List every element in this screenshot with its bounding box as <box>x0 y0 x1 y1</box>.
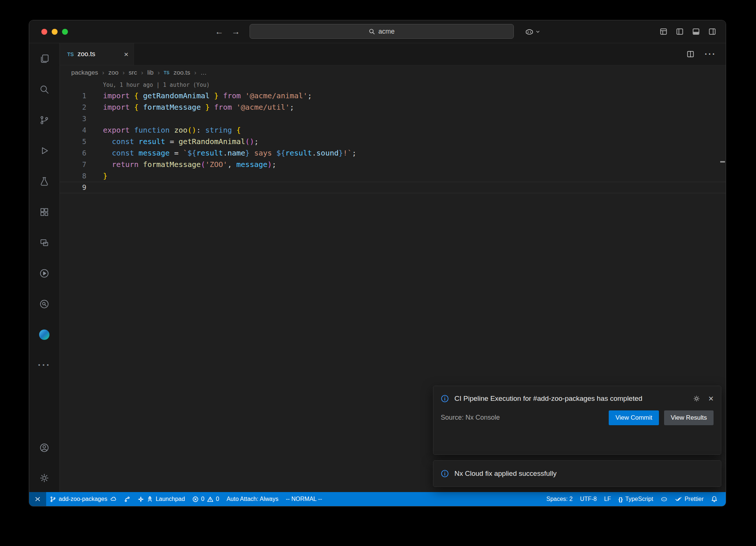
eol-label: LF <box>604 496 611 502</box>
code-line[interactable]: 5 const result = getRandomAnimal(); <box>60 136 726 147</box>
notification-message: CI Pipeline Execution for #add-zoo-packa… <box>454 393 654 404</box>
line-number: 2 <box>60 102 86 113</box>
breadcrumb-item[interactable]: zoo <box>108 69 118 76</box>
code-text: const result = getRandomAnimal(); <box>86 136 258 147</box>
notification-close-icon[interactable]: × <box>708 394 714 403</box>
vim-mode-item[interactable]: -- NORMAL -- <box>282 492 326 506</box>
titlebar: ← → acme <box>29 20 726 43</box>
auto-attach-item[interactable]: Auto Attach: Always <box>223 492 282 506</box>
code-text: import { getRandomAnimal } from '@acme/a… <box>86 90 312 102</box>
code-line[interactable]: 7 return formatMessage('ZOO', message); <box>60 159 726 170</box>
more-views-icon[interactable]: ··· <box>29 350 59 381</box>
code-line[interactable]: 8} <box>60 170 726 182</box>
notification-settings-gear-icon[interactable] <box>693 395 700 402</box>
code-text <box>86 113 103 124</box>
view-results-button[interactable]: View Results <box>664 410 714 425</box>
toggle-panel-icon[interactable] <box>692 28 700 35</box>
copilot-status-item[interactable] <box>657 492 671 506</box>
breadcrumb-item[interactable]: src <box>129 69 137 76</box>
encoding-item[interactable]: UTF-8 <box>576 492 600 506</box>
chevron-down-icon <box>535 29 540 34</box>
command-center-search[interactable]: acme <box>250 24 514 39</box>
code-line[interactable]: 3 <box>60 113 726 124</box>
code-line[interactable]: 9 <box>60 182 726 193</box>
remote-indicator[interactable] <box>29 492 46 506</box>
breadcrumb-file[interactable]: zoo.ts <box>173 69 190 76</box>
indentation-item[interactable]: Spaces: 2 <box>543 492 576 506</box>
zoom-window-button[interactable] <box>62 29 68 35</box>
code-text: const message = `${result.name} says ${r… <box>86 147 356 159</box>
explorer-icon[interactable] <box>29 43 59 74</box>
encoding-label: UTF-8 <box>580 496 597 502</box>
launchpad-item[interactable]: Launchpad <box>134 492 189 506</box>
customize-layout-icon[interactable] <box>660 28 667 35</box>
braces-icon: {} <box>618 496 623 502</box>
typescript-icon: TS <box>164 70 169 75</box>
vscode-window: ← → acme <box>29 20 726 506</box>
close-window-button[interactable] <box>41 29 47 35</box>
formatter-item[interactable]: Prettier <box>671 492 707 506</box>
search-view-icon[interactable] <box>29 74 59 105</box>
settings-gear-icon[interactable] <box>29 464 59 492</box>
close-tab-icon[interactable]: × <box>124 50 128 58</box>
toggle-primary-sidebar-icon[interactable] <box>676 28 684 35</box>
gitlens-blame-annotation[interactable]: You, 1 hour ago | 1 author (You) <box>60 80 726 90</box>
extensions-icon[interactable] <box>29 197 59 227</box>
notification-message: Nx Cloud fix applied successfully <box>454 470 557 478</box>
chevron-right-icon: › <box>141 69 143 76</box>
breadcrumb-item[interactable]: packages <box>71 69 98 76</box>
git-branch-item[interactable]: add-zoo-packages <box>46 492 120 506</box>
split-editor-icon[interactable] <box>687 50 694 58</box>
code-line[interactable]: 1import { getRandomAnimal } from '@acme/… <box>60 90 726 102</box>
minimize-window-button[interactable] <box>52 29 58 35</box>
more-actions-icon[interactable]: ··· <box>705 50 716 59</box>
forward-button[interactable]: → <box>231 27 240 37</box>
chevron-right-icon: › <box>102 69 104 76</box>
eol-item[interactable]: LF <box>600 492 615 506</box>
gitlens-inspect-icon[interactable] <box>29 289 59 319</box>
toggle-secondary-sidebar-icon[interactable] <box>708 28 716 35</box>
problems-item[interactable]: 0 0 <box>189 492 223 506</box>
info-icon <box>441 470 449 478</box>
line-number: 4 <box>60 124 86 136</box>
cloud-sync-icon <box>110 496 117 502</box>
remote-icon <box>34 496 41 502</box>
run-debug-icon[interactable] <box>29 135 59 166</box>
copilot-menu[interactable] <box>525 20 540 43</box>
chevron-right-icon: › <box>123 69 125 76</box>
sparkle-icon <box>138 496 144 502</box>
source-control-icon[interactable] <box>29 105 59 135</box>
copilot-icon <box>525 27 534 37</box>
language-mode-item[interactable]: {} TypeScript <box>615 492 657 506</box>
branch-name: add-zoo-packages <box>59 496 107 502</box>
code-line[interactable]: 6 const message = `${result.name} says $… <box>60 147 726 159</box>
code-line[interactable]: 2import { formatMessage } from '@acme/ut… <box>60 102 726 113</box>
line-number: 9 <box>60 182 86 193</box>
back-button[interactable]: ← <box>215 27 223 37</box>
error-icon <box>192 496 199 502</box>
breadcrumb-item[interactable]: lib <box>147 69 154 76</box>
chevron-right-icon: › <box>194 69 196 76</box>
bell-icon <box>711 496 718 502</box>
run-circle-icon[interactable] <box>29 258 59 289</box>
remote-explorer-icon[interactable] <box>29 227 59 258</box>
indentation-label: Spaces: 2 <box>546 496 573 502</box>
search-query: acme <box>378 28 395 35</box>
edge-browser-icon[interactable] <box>29 319 59 350</box>
view-commit-button[interactable]: View Commit <box>609 410 659 425</box>
status-bar-right: Spaces: 2 UTF-8 LF {} TypeScript Prettie… <box>543 492 726 506</box>
history-navigation: ← → <box>215 20 240 43</box>
code-text: } <box>86 170 107 182</box>
notifications-bell-item[interactable] <box>707 492 721 506</box>
notification-center: CI Pipeline Execution for #add-zoo-packa… <box>433 386 721 487</box>
commit-graph-item[interactable] <box>120 492 134 506</box>
testing-icon[interactable] <box>29 166 59 197</box>
breadcrumb-symbol[interactable]: … <box>200 69 207 76</box>
account-icon[interactable] <box>29 434 59 464</box>
error-count: 0 <box>201 496 205 502</box>
commit-graph-icon <box>124 496 130 502</box>
code-line[interactable]: 4export function zoo(): string { <box>60 124 726 136</box>
tab-zoo-ts[interactable]: TS zoo.ts × <box>60 43 134 65</box>
notification-toast: Nx Cloud fix applied successfully <box>433 460 721 487</box>
activity-bar: ··· <box>29 43 60 492</box>
